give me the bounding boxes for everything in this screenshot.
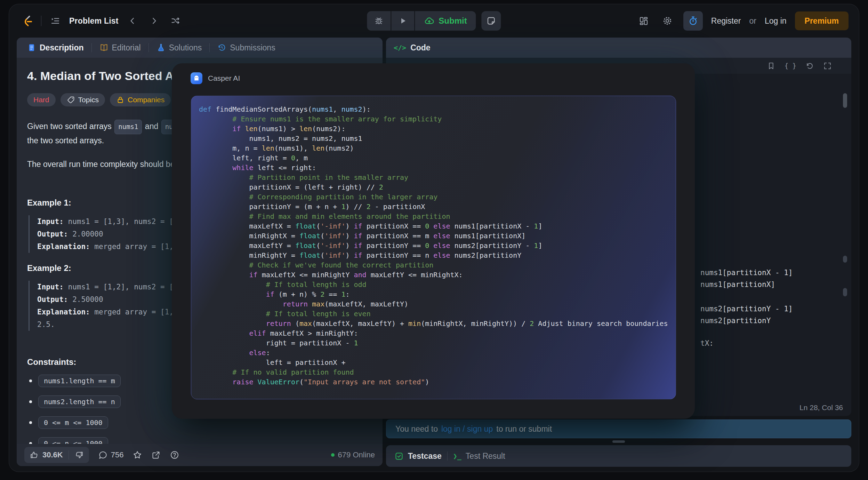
tab-submissions[interactable]: Submissions: [215, 43, 278, 53]
constraint-item: 0 <= n <= 1000: [27, 437, 370, 444]
vote-group: 30.6K: [24, 447, 89, 463]
tab-solutions-label: Solutions: [169, 43, 202, 53]
format-braces-icon[interactable]: { }: [785, 62, 796, 70]
companies-badge[interactable]: Companies: [110, 93, 171, 106]
settings-gear-icon[interactable]: [660, 13, 675, 29]
like-button[interactable]: 30.6K: [24, 447, 69, 463]
login-link[interactable]: Log in: [765, 16, 787, 26]
login-banner: You need to log in / sign up to run or s…: [386, 419, 851, 438]
casper-modal-header: Casper AI: [172, 63, 695, 84]
run-button[interactable]: [391, 11, 414, 31]
tab-test-result[interactable]: ❯_ Test Result: [453, 451, 505, 461]
panel-drag-handle[interactable]: [612, 440, 625, 443]
bookmark-icon[interactable]: [767, 62, 775, 70]
thumbs-up-icon: [30, 450, 39, 459]
submit-label: Submit: [439, 16, 467, 26]
casper-ghost-icon: [191, 72, 202, 84]
cloud-upload-icon: [424, 16, 434, 26]
tab-editorial-label: Editorial: [112, 43, 141, 53]
like-count: 30.6K: [42, 450, 63, 459]
run-button-group: Submit: [367, 11, 476, 31]
tab-solutions[interactable]: Solutions: [154, 43, 205, 53]
star-icon: [132, 450, 142, 460]
tab-separator: [91, 43, 92, 52]
problem-list-icon[interactable]: [48, 13, 63, 29]
stopwatch-icon: [688, 16, 698, 26]
login-signup-link[interactable]: log in / sign up: [441, 424, 493, 434]
banner-text-post: to run or submit: [496, 424, 552, 434]
casper-code: def findMedianSortedArrays(nums1, nums2)…: [199, 104, 670, 387]
timer-button[interactable]: [683, 11, 703, 31]
editorial-book-icon: [99, 43, 108, 52]
topics-label: Topics: [78, 96, 99, 104]
online-count: 679 Online: [338, 450, 375, 459]
casper-ai-modal: Casper AI def findMedianSortedArrays(num…: [172, 63, 695, 419]
nav-divider: [41, 16, 41, 26]
testcase-tab-label: Testcase: [408, 451, 442, 461]
notes-button[interactable]: [482, 11, 501, 31]
tab-description-label: Description: [40, 43, 84, 53]
difficulty-label: Hard: [33, 96, 49, 104]
comments-count: 756: [111, 450, 124, 459]
casper-code-panel: def findMedianSortedArrays(nums1, nums2)…: [191, 96, 676, 399]
difficulty-badge: Hard: [27, 93, 56, 106]
topics-badge[interactable]: Topics: [61, 93, 105, 106]
tab-separator: [148, 43, 149, 52]
tag-icon: [67, 96, 75, 104]
prev-problem-chevron-icon[interactable]: [125, 13, 140, 29]
editor-scrollbar-mark: [843, 288, 847, 296]
or-label: or: [749, 16, 756, 26]
online-status: 679 Online: [331, 450, 375, 459]
tab-testcase[interactable]: Testcase: [394, 451, 442, 461]
top-navbar: Problem List: [9, 4, 859, 38]
thumbs-down-icon: [74, 450, 83, 459]
problem-tabbar: Description Editorial Solutions: [17, 38, 383, 58]
problem-footer-bar: 30.6K 756: [17, 444, 383, 466]
editor-scrollbar-mark: [843, 256, 847, 263]
shuffle-icon[interactable]: [168, 13, 183, 29]
help-button[interactable]: [170, 450, 179, 460]
code-panel-title[interactable]: Code: [410, 43, 431, 53]
tab-editorial[interactable]: Editorial: [97, 43, 144, 53]
play-icon: [398, 16, 407, 25]
comments-button[interactable]: 756: [98, 450, 124, 460]
solutions-flask-icon: [156, 43, 166, 52]
casper-modal-title: Casper AI: [208, 74, 240, 82]
description-doc-icon: [27, 43, 36, 52]
code-panel-header: </> Code: [386, 38, 851, 58]
terminal-icon: ❯_: [453, 452, 461, 460]
submit-button[interactable]: Submit: [415, 11, 476, 31]
dislike-button[interactable]: [69, 447, 89, 463]
app-window: Problem List: [9, 4, 859, 472]
tab-separator: [209, 43, 210, 52]
banner-text-pre: You need to: [395, 424, 438, 434]
register-link[interactable]: Register: [711, 16, 741, 26]
sticky-note-icon: [487, 16, 496, 26]
share-icon: [151, 450, 161, 460]
cursor-position-status: Ln 28, Col 36: [799, 403, 843, 412]
online-dot-icon: [331, 453, 335, 457]
tab-description[interactable]: Description: [24, 43, 87, 53]
testcase-panel: Testcase ❯_ Test Result: [386, 445, 851, 467]
comment-icon: [98, 450, 107, 460]
test-result-tab-label: Test Result: [466, 451, 505, 461]
next-problem-chevron-icon[interactable]: [146, 13, 162, 29]
problem-list-label[interactable]: Problem List: [69, 16, 119, 26]
reset-code-icon[interactable]: [805, 62, 814, 70]
debug-button[interactable]: [367, 11, 391, 31]
premium-button[interactable]: Premium: [795, 11, 849, 30]
check-square-icon: [394, 451, 404, 461]
lock-icon: [116, 96, 124, 104]
layout-grid-icon[interactable]: [636, 13, 651, 29]
submissions-history-icon: [217, 43, 226, 52]
testcase-separator: [447, 451, 448, 461]
tab-submissions-label: Submissions: [230, 43, 275, 53]
companies-label: Companies: [128, 96, 164, 104]
leetcode-logo[interactable]: [19, 13, 35, 29]
code-icon: </>: [394, 43, 406, 52]
share-button[interactable]: [151, 450, 161, 460]
favorite-button[interactable]: [132, 450, 142, 460]
editor-scrollbar-thumb[interactable]: [843, 93, 847, 108]
question-icon: [170, 450, 179, 460]
fullscreen-icon[interactable]: [823, 62, 832, 70]
